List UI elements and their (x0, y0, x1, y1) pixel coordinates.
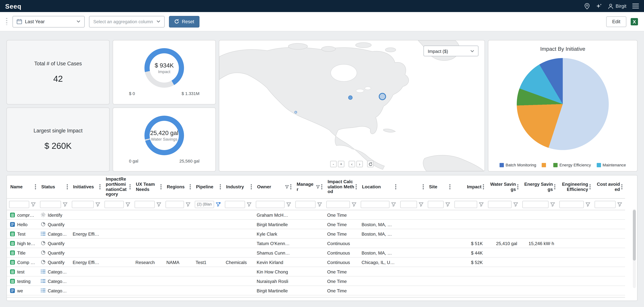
column-header-manager[interactable]: Manager (293, 180, 324, 193)
column-menu-icon[interactable] (67, 184, 68, 190)
column-header-regions[interactable]: Regions (163, 183, 192, 191)
column-menu-icon[interactable] (449, 184, 450, 190)
drag-handle[interactable] (6, 18, 7, 25)
column-header-nomination[interactable]: ImpactReportNominationCategory (102, 176, 132, 198)
filter-input-impact[interactable] (454, 201, 477, 208)
north-america-map[interactable] (219, 40, 484, 171)
filter-input-calc[interactable] (326, 201, 350, 208)
column-header-calc[interactable]: Impact Calculation Method (324, 178, 358, 196)
filter-input-regions[interactable] (166, 201, 184, 208)
sparkle-ai-icon[interactable] (596, 3, 602, 9)
excel-export-icon[interactable]: X (631, 18, 638, 25)
filter-input-location[interactable] (361, 201, 390, 208)
filter-input-blank[interactable] (400, 201, 417, 208)
filter-funnel-icon[interactable] (126, 202, 130, 207)
filter-input-water[interactable] (488, 201, 512, 208)
filter-input-eng[interactable] (559, 201, 584, 208)
column-header-water[interactable]: Water Savings (486, 180, 520, 193)
filter-input-site[interactable] (428, 201, 444, 208)
filter-funnel-icon[interactable] (586, 202, 590, 207)
edit-button[interactable]: Edit (606, 16, 626, 27)
filter-input-name[interactable] (9, 201, 29, 208)
table-row[interactable]: TestCategorizeEnergy Efficien…Kyle Clark… (7, 229, 625, 239)
column-header-cost[interactable]: Cost avoided (592, 180, 624, 193)
column-menu-icon[interactable] (160, 184, 162, 190)
filter-funnel-icon[interactable] (186, 202, 190, 207)
location-pin-icon[interactable] (584, 3, 590, 9)
filter-input-status[interactable] (40, 201, 61, 208)
table-row[interactable]: Comp PowerQuantifyEnergy Efficien…Resear… (7, 258, 625, 267)
column-menu-icon[interactable] (220, 184, 221, 190)
column-menu-icon[interactable] (395, 184, 396, 190)
filter-input-industry[interactable] (225, 201, 245, 208)
filter-input-owner[interactable] (256, 201, 284, 208)
legend-item[interactable]: Energy Efficiency (554, 162, 591, 167)
filter-funnel-icon[interactable] (156, 202, 161, 207)
table-row[interactable]: testingCategorizeNuraisyah RosliOne Time (7, 276, 625, 286)
filter-funnel-icon[interactable] (617, 202, 622, 207)
column-header-eng[interactable]: Engineering Efficiency (557, 180, 592, 193)
column-header-location[interactable]: Location (358, 183, 398, 191)
vertical-scrollbar[interactable] (633, 209, 636, 288)
table-row[interactable]: TitleQuantifyShamus Cunni…ContinuousBost… (7, 248, 625, 258)
column-header-site[interactable]: Site (426, 183, 452, 191)
table-row[interactable]: testCategorizeKin How ChongOne Time (7, 267, 625, 276)
column-menu-icon[interactable] (130, 184, 131, 190)
column-menu-icon[interactable] (590, 184, 591, 190)
map-metric-select[interactable]: Impact ($) (424, 46, 478, 56)
pan-left-button[interactable]: ‹ (349, 161, 355, 167)
map-marker-small[interactable] (294, 111, 297, 114)
filter-funnel-icon[interactable] (96, 202, 100, 207)
column-header-impact[interactable]: Impact (452, 183, 486, 191)
column-header-pipeline[interactable]: Pipeline (192, 183, 223, 191)
impact-by-initiative-pie[interactable] (517, 58, 609, 150)
map-marker-large[interactable] (379, 93, 386, 100)
column-menu-icon[interactable] (356, 184, 357, 190)
table-row[interactable]: HelloQuantifyBirgit MartinelleOne TimeBo… (7, 220, 625, 229)
zoom-in-button[interactable]: + (338, 161, 344, 167)
user-menu[interactable]: Birgit (608, 3, 626, 9)
filter-input-manager[interactable] (295, 201, 316, 208)
filter-funnel-icon[interactable] (419, 202, 424, 207)
filter-funnel-icon[interactable] (391, 202, 396, 207)
filter-funnel-icon[interactable] (247, 202, 252, 207)
filter-funnel-icon[interactable] (317, 202, 322, 207)
zoom-out-button[interactable]: - (330, 161, 336, 167)
legend-item[interactable]: Maintenance (596, 162, 626, 167)
column-menu-icon[interactable] (483, 184, 484, 190)
column-menu-icon[interactable] (321, 184, 322, 190)
aggregation-column-select[interactable]: Select an aggregation column (89, 16, 165, 27)
legend-item[interactable]: Batch Monitoring (500, 162, 536, 167)
filter-input-energy[interactable] (522, 201, 548, 208)
filter-funnel-icon[interactable] (31, 202, 36, 207)
date-range-select[interactable]: Last Year (12, 16, 85, 27)
column-menu-icon[interactable] (99, 184, 100, 190)
column-header-industry[interactable]: Industry (223, 183, 254, 191)
column-header-blank[interactable] (398, 183, 426, 191)
column-header-energy[interactable]: Energy Savings (520, 180, 557, 193)
column-header-name[interactable]: Name (7, 183, 38, 191)
filter-funnel-icon[interactable] (550, 202, 555, 207)
filter-input-uxteam[interactable] (134, 201, 155, 208)
legend-item[interactable] (542, 163, 548, 167)
column-header-initiatives[interactable]: Initiatives (70, 183, 102, 191)
reset-button[interactable]: Reset (169, 16, 199, 27)
column-menu-icon[interactable] (621, 184, 622, 190)
filter-input-pipeline[interactable] (195, 201, 214, 208)
active-filter-funnel-icon[interactable] (216, 202, 220, 207)
filter-input-nomination[interactable] (104, 201, 124, 208)
filter-funnel-icon[interactable] (446, 202, 450, 207)
filter-funnel-icon[interactable] (352, 202, 356, 207)
column-header-uxteam[interactable]: UX Team Needs (132, 180, 163, 193)
column-menu-icon[interactable] (554, 184, 556, 190)
map-reset-view-button[interactable] (367, 161, 374, 167)
column-menu-icon[interactable] (422, 184, 424, 190)
column-menu-icon[interactable] (517, 184, 518, 190)
map-marker-medium[interactable] (348, 96, 352, 100)
column-menu-icon[interactable] (190, 184, 191, 190)
hamburger-menu-icon[interactable] (632, 4, 639, 8)
filter-input-initiatives[interactable] (72, 201, 94, 208)
column-header-status[interactable]: Status (38, 183, 70, 191)
filter-input-cost[interactable] (594, 201, 616, 208)
column-menu-icon[interactable] (35, 184, 36, 190)
